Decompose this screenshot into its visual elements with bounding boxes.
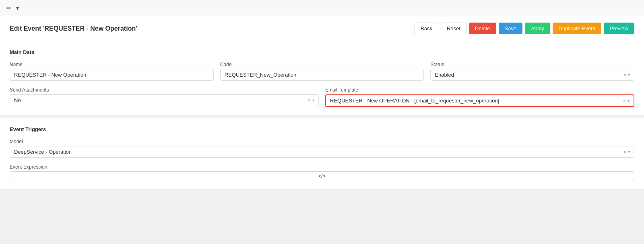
chevron-down-icon[interactable]: ▾ [16,5,19,11]
page-title: Edit Event 'REQUESTER - New Operation' [10,25,137,32]
status-label: Status [430,62,634,67]
code-group: Code [220,62,424,81]
name-input[interactable] [10,69,214,81]
send-attachments-clear-icon[interactable]: × [308,98,311,103]
status-value: Enabled [435,72,623,78]
delete-button[interactable]: Delete [469,23,496,34]
name-label: Name [10,62,214,67]
status-group: Status Enabled × ▾ [430,62,634,81]
code-expression-button[interactable]: </> [10,171,634,181]
status-arrow-icon[interactable]: ▾ [628,73,630,77]
status-select[interactable]: Enabled × ▾ [430,69,634,81]
status-clear-icon[interactable]: × [623,72,626,78]
model-value: DeepService - Operation [14,149,623,155]
event-expression-group: Event Expression </> [10,164,634,181]
reset-button[interactable]: Reset [441,23,466,34]
event-triggers-title: Event Triggers [10,126,634,132]
event-expression-label: Event Expression [10,164,634,170]
model-clear-icon[interactable]: × [623,149,626,155]
email-template-group: Email Template REQUESTER - New OPERATION… [325,87,634,107]
back-button[interactable]: Back [415,23,438,34]
page-header: Edit Event 'REQUESTER - New Operation' B… [0,16,644,41]
apply-button[interactable]: Apply [525,23,550,34]
send-attachments-arrow-icon[interactable]: ▾ [312,98,314,102]
send-attachments-group: Send Attachments No × ▾ [10,87,319,106]
main-content: Edit Event 'REQUESTER - New Operation' B… [0,16,644,189]
name-group: Name [10,62,214,81]
email-template-label: Email Template [325,87,634,93]
form-row-1: Name Code Status Enabled × ▾ [10,62,634,81]
model-label: Model [10,139,634,144]
model-select[interactable]: DeepService - Operation × ▾ [10,146,634,158]
email-template-select[interactable]: REQUESTER - New OPERATION - [email_to_re… [325,94,634,107]
code-input[interactable] [220,69,424,81]
event-triggers-section: Event Triggers Model DeepService - Opera… [0,118,644,189]
send-attachments-value: No [14,97,308,103]
email-template-clear-icon[interactable]: × [623,98,626,104]
form-row-2: Send Attachments No × ▾ Email Template R… [10,87,634,107]
preview-button[interactable]: Preview [604,23,634,34]
code-label: Code [220,62,424,67]
email-template-arrow-icon[interactable]: ▾ [627,98,630,103]
send-attachments-label: Send Attachments [10,87,319,93]
main-data-title: Main Data [10,49,634,55]
header-buttons: Back Reset Delete Save Apply Duplicate E… [415,23,634,34]
model-group: Model DeepService - Operation × ▾ [10,139,634,158]
edit-icon[interactable]: ✏ [6,5,11,11]
send-attachments-select[interactable]: No × ▾ [10,94,319,106]
main-data-section: Main Data Name Code Status Enabled × ▾ [0,41,644,115]
model-arrow-icon[interactable]: ▾ [628,150,630,154]
email-template-value: REQUESTER - New OPERATION - [email_to_re… [330,98,623,104]
save-button[interactable]: Save [499,23,523,34]
section-divider [0,115,644,118]
top-bar: ✏ ▾ [0,0,644,16]
duplicate-event-button[interactable]: Duplicate Event [553,23,601,34]
